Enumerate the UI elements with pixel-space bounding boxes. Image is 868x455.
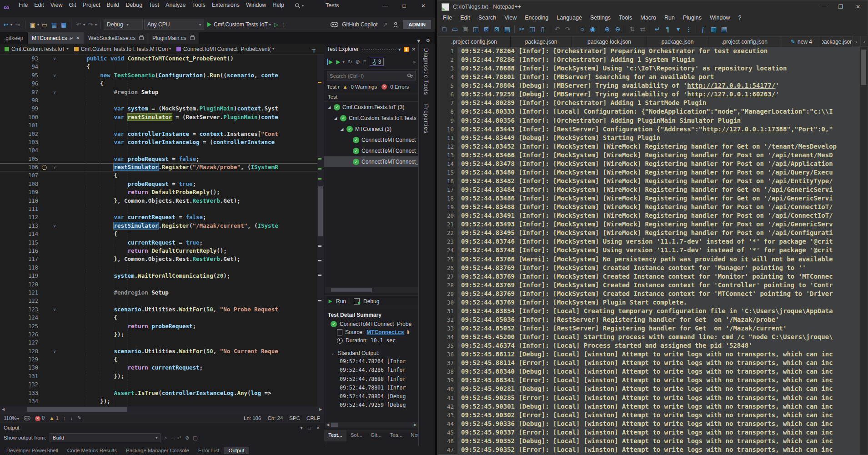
code-line[interactable]: 120 xyxy=(0,280,324,289)
new-project-icon[interactable]: ▣ xyxy=(29,21,37,28)
document-tab[interactable]: package.json xyxy=(647,36,708,47)
stdout-label[interactable]: Standard Output: xyxy=(338,350,379,356)
fold-chevron-icon[interactable] xyxy=(50,171,59,180)
repeat-run-icon[interactable]: ↻ xyxy=(347,59,352,65)
breakpoint-margin[interactable] xyxy=(0,380,17,389)
fold-chevron-icon[interactable] xyxy=(50,113,59,121)
fold-chevron-icon[interactable] xyxy=(50,146,59,155)
edit-mode-icon[interactable]: ✎ xyxy=(77,415,81,421)
chevron-down-icon[interactable]: ▾ xyxy=(83,23,85,27)
code-line[interactable]: 94 { xyxy=(0,63,324,71)
code-line[interactable]: 123∨ scenario.Utilities.WaitFor(50, "No … xyxy=(0,305,324,314)
fold-chevron-icon[interactable] xyxy=(50,297,59,305)
log-url[interactable]: http://127.0.0.1:54177/ xyxy=(687,82,775,89)
breakpoint-margin[interactable] xyxy=(0,130,17,138)
close-button[interactable]: ✕ xyxy=(849,1,867,13)
breakpoint-margin[interactable] xyxy=(0,272,17,280)
document-tab[interactable]: WebSocketBase.cs xyxy=(84,32,148,44)
bottom-tab[interactable]: Error List xyxy=(194,447,224,454)
breakpoint-margin[interactable] xyxy=(0,322,17,330)
run-test-icon[interactable]: ▶ xyxy=(336,59,340,65)
editor-vertical-scrollbar[interactable] xyxy=(317,55,324,406)
detail-hscrollbar[interactable]: ◀ ▶ xyxy=(325,422,418,428)
log-line[interactable]: 609:52:44.79259 [Debug]: [MBServer] Tryi… xyxy=(438,90,861,99)
run-all-tests-icon[interactable]: ▶ xyxy=(327,59,333,65)
fold-chevron-icon[interactable] xyxy=(50,339,59,347)
panel-tab[interactable]: Git... xyxy=(366,430,386,441)
fold-chevron-icon[interactable] xyxy=(50,330,59,339)
fold-chevron-icon[interactable]: ∨ xyxy=(50,347,59,355)
code-line[interactable]: 114 { xyxy=(0,230,324,238)
breakpoint-margin[interactable] xyxy=(0,389,17,397)
log-line[interactable]: 2109:52:44.83493 [Infor]: [MockSystem] [… xyxy=(438,220,861,229)
log-line[interactable]: 4109:52:45.90285 [Error]: [Local] [winst… xyxy=(438,394,861,402)
log-line[interactable]: 3609:52:45.88112 [Debug]: [Local] [winst… xyxy=(438,350,861,359)
side-tab-diagnostic-tools[interactable]: Diagnostic Tools xyxy=(419,44,433,100)
breakpoint-margin[interactable] xyxy=(0,222,17,230)
show-all-chars-icon[interactable]: ¶ xyxy=(663,25,672,33)
log-line[interactable]: 3309:52:44.85052 [Infor]: [RestServer] R… xyxy=(438,324,861,333)
minimize-button[interactable]: — xyxy=(376,0,395,12)
code-line[interactable]: 122 xyxy=(0,297,324,305)
breakpoint-margin[interactable] xyxy=(0,339,17,347)
breakpoint-margin[interactable] xyxy=(0,297,17,305)
panel-tab[interactable]: Test... xyxy=(324,430,346,441)
menu-item-plugins[interactable]: Plugins xyxy=(679,13,706,22)
log-line[interactable]: 2409:52:44.83748 [Infor]: [MockSystem] U… xyxy=(438,246,861,255)
npp-vertical-scrollbar[interactable] xyxy=(860,47,867,455)
fold-chevron-icon[interactable] xyxy=(50,355,59,364)
output-source-dropdown[interactable]: Build ▾ xyxy=(50,433,161,442)
log-url[interactable]: http://127.0.0.1:60263/ xyxy=(687,90,775,98)
fold-chevron-icon[interactable] xyxy=(50,322,59,330)
chevron-down-icon[interactable]: ▾ xyxy=(301,425,303,430)
fold-chevron-icon[interactable] xyxy=(50,230,59,238)
chevron-down-icon[interactable]: ▾ xyxy=(10,23,12,27)
breakpoint-margin[interactable] xyxy=(0,80,17,88)
fold-chevron-icon[interactable] xyxy=(50,247,59,255)
debug-button[interactable]: Debug xyxy=(363,298,379,305)
close-icon[interactable]: ✕ xyxy=(412,47,416,52)
find-icon[interactable]: ⌕ xyxy=(164,435,167,441)
breakpoint-margin[interactable] xyxy=(0,205,17,213)
breakpoint-margin[interactable] xyxy=(0,247,17,255)
breakpoint-margin[interactable] xyxy=(0,372,17,380)
close-icon[interactable]: ✕ xyxy=(316,425,320,430)
fold-chevron-icon[interactable] xyxy=(50,264,59,272)
document-tab[interactable]: .project-config.json xyxy=(438,36,511,47)
scroll-left-arrow[interactable]: ◀ xyxy=(325,422,331,428)
document-tab[interactable]: package.json xyxy=(822,36,852,47)
panel-tab[interactable]: Tea... xyxy=(386,430,406,441)
scroll-right-icon[interactable]: › xyxy=(860,36,868,47)
fold-chevron-icon[interactable] xyxy=(50,372,59,380)
fold-chevron-icon[interactable] xyxy=(50,63,59,71)
menu-item-search[interactable]: Search xyxy=(474,13,501,22)
breakpoint-margin[interactable] xyxy=(0,213,17,221)
code-line[interactable]: 108 probeRequest = true; xyxy=(0,180,324,188)
log-line[interactable]: 1309:52:44.83466 [Infor]: [MockSystem] [… xyxy=(438,151,861,160)
log-line[interactable]: 2909:52:44.83769 [Infor]: [MockSystem] C… xyxy=(438,290,861,298)
log-line[interactable]: 2809:52:44.83769 [Infor]: [MockSystem] C… xyxy=(438,281,861,290)
line-ending-indicator[interactable]: CRLF xyxy=(306,415,320,421)
log-line[interactable]: 2509:52:44.83766 [Warni]: [MockSystem] N… xyxy=(438,255,861,264)
log-line[interactable]: 4709:52:45.90352 [Error]: [Local] [winst… xyxy=(438,445,861,454)
chevron-down-icon[interactable]: ▾ xyxy=(398,47,401,52)
document-tab[interactable]: PluginMain.cs xyxy=(148,32,199,44)
breakpoint-margin[interactable] xyxy=(0,88,17,96)
log-line[interactable]: 4309:52:45.90302 [Error]: [Local] [winst… xyxy=(438,411,861,420)
breadcrumb-project[interactable]: Cmf.Custom.Tests.IoT▾ xyxy=(3,46,70,52)
zoom-level-dropdown[interactable]: 110% ▾ xyxy=(4,415,19,421)
navigate-back-icon[interactable]: ↩ xyxy=(2,21,10,28)
code-line[interactable]: 126 }); xyxy=(0,330,324,339)
word-wrap-icon[interactable]: ↵ xyxy=(177,435,181,441)
scroll-right-arrow[interactable]: ▶ xyxy=(412,422,418,428)
warning-count[interactable]: ▲1 xyxy=(49,415,59,421)
fold-chevron-icon[interactable]: ∨ xyxy=(50,88,59,96)
code-line[interactable]: 103 var controllerInstanceLog = (control… xyxy=(0,138,324,146)
log-line[interactable]: 709:52:44.80289 [Infor]: [Orchestrator] … xyxy=(438,99,861,107)
fold-chevron-icon[interactable] xyxy=(50,364,59,372)
start-without-debugging-icon[interactable]: ▷ xyxy=(274,21,278,28)
line-indicator[interactable]: Ln: 106 xyxy=(244,415,261,421)
code-line[interactable]: 100 var restSimulator = (RestServer.Plug… xyxy=(0,113,324,121)
log-line[interactable]: 3009:52:44.83769 [Infor]: [MockSystem] P… xyxy=(438,298,861,307)
code-line[interactable]: 133 Assert.IsTrue(controllerInstanceLog.… xyxy=(0,389,324,397)
